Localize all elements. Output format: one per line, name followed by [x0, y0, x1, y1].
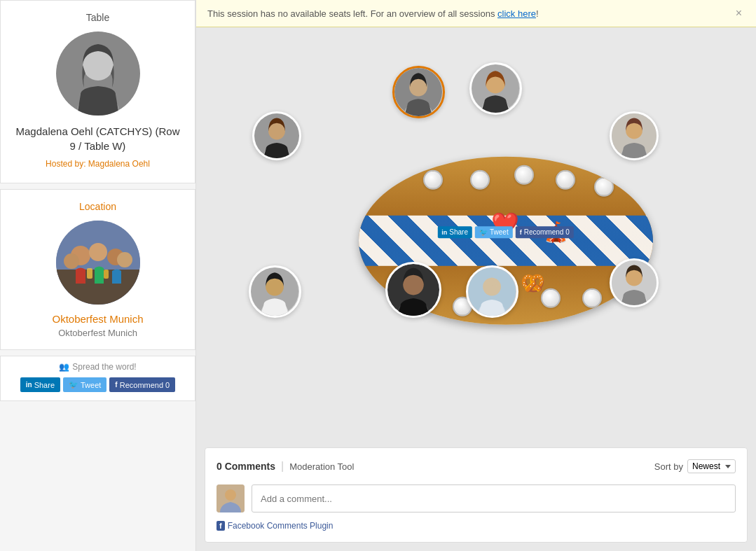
sidebar: Table Magdalena Oehl (CATCHYS) (Row 9 / … — [0, 0, 196, 551]
notification-banner: This session has no available seats left… — [196, 0, 756, 27]
table-seating-area: ❤️ 🎪 🥨 🥨 in Share 🐦 Tweet — [196, 27, 756, 447]
plate — [514, 165, 534, 185]
location-title: Location — [12, 201, 184, 212]
social-buttons: in Share 🐦 Tweet f Recommend 0 — [12, 377, 184, 392]
notification-text: This session has no available seats left… — [207, 8, 539, 19]
spread-icon: 👥 — [59, 362, 69, 372]
spread-text: 👥 Spread the word! — [12, 362, 184, 372]
main-content: This session has no available seats left… — [196, 0, 756, 551]
sort-by-label: Sort by — [654, 461, 683, 472]
host-name: Magdalena Oehl (CATCHYS) (Row 9 / Table … — [12, 124, 184, 153]
person-avatar-top-left[interactable] — [252, 111, 301, 160]
facebook-logo-icon: f — [217, 521, 225, 531]
comments-count: 0 Comments — [217, 461, 275, 472]
table-section: Table Magdalena Oehl (CATCHYS) (Row 9 / … — [0, 0, 195, 183]
svg-point-9 — [117, 252, 132, 267]
commenter-thumbnail — [217, 484, 245, 512]
plate — [556, 170, 575, 190]
notification-close-button[interactable]: × — [733, 7, 745, 20]
person-avatar-far-right-bottom[interactable] — [610, 258, 659, 307]
facebook-plugin-link[interactable]: f Facebook Comments Plugin — [217, 521, 736, 531]
host-avatar — [56, 32, 140, 116]
plate — [470, 170, 490, 190]
svg-point-30 — [225, 489, 236, 501]
plate — [582, 288, 602, 308]
table-title: Table — [12, 12, 184, 23]
spread-section: 👥 Spread the word! in Share 🐦 Tweet f Re… — [0, 356, 195, 401]
notification-link[interactable]: click here — [497, 8, 536, 19]
plate — [423, 170, 443, 190]
plate — [594, 177, 614, 197]
location-avatar — [56, 221, 140, 305]
comments-separator: | — [281, 460, 284, 473]
person-avatar-top-center[interactable] — [392, 66, 445, 118]
linkedin-icon: in — [26, 381, 32, 389]
table-facebook-button[interactable]: f Recommend 0 — [516, 226, 574, 238]
comment-input-field[interactable] — [252, 484, 736, 512]
sort-select[interactable]: Newest Oldest — [687, 459, 736, 473]
svg-point-6 — [89, 243, 107, 261]
location-section: Location Oktob — [0, 189, 195, 350]
svg-point-8 — [64, 253, 79, 269]
svg-point-17 — [268, 123, 285, 140]
location-name: Oktoberfest Munich — [12, 313, 184, 325]
svg-rect-11 — [104, 270, 109, 279]
person-avatar-top-right[interactable] — [469, 62, 522, 115]
comment-input-row — [217, 484, 736, 512]
comments-section: 0 Comments | Moderation Tool Sort by New… — [205, 447, 748, 543]
moderation-tool-link[interactable]: Moderation Tool — [289, 461, 354, 472]
linkedin-share-button[interactable]: in Share — [20, 377, 60, 392]
table-social-buttons: in Share 🐦 Tweet f Recommend 0 — [437, 226, 573, 238]
svg-rect-10 — [87, 268, 92, 279]
location-sub: Oktoberfest Munich — [12, 328, 184, 338]
facebook-icon: f — [115, 381, 117, 389]
facebook-recommend-button[interactable]: f Recommend 0 — [109, 377, 175, 392]
person-avatar-bottom-left[interactable] — [249, 265, 301, 318]
pretzel-right: 🥨 — [521, 272, 545, 295]
person-avatar-bottom-right-center[interactable] — [466, 265, 518, 318]
table-twitter-button[interactable]: 🐦 Tweet — [475, 226, 513, 238]
twitter-tweet-button[interactable]: 🐦 Tweet — [63, 377, 106, 392]
comments-header: 0 Comments | Moderation Tool Sort by New… — [217, 459, 736, 473]
hosted-by: Hosted by: Magdalena Oehl — [12, 159, 184, 169]
table-linkedin-button[interactable]: in Share — [437, 226, 472, 238]
sort-by-container: Sort by Newest Oldest — [654, 459, 736, 473]
person-avatar-bottom-center[interactable] — [385, 262, 441, 318]
twitter-icon: 🐦 — [69, 380, 78, 389]
person-avatar-far-right-top[interactable] — [610, 111, 659, 160]
